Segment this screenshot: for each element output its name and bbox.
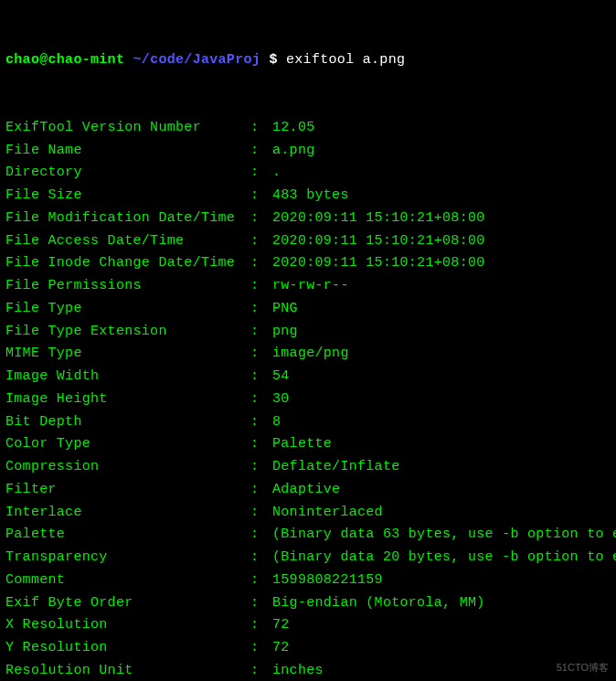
output-colon: : [250, 162, 272, 185]
output-row: Color Type: Palette [5, 433, 611, 456]
output-row: Y Resolution: 72 [5, 637, 611, 660]
output-value: Palette [272, 433, 332, 456]
output-row: File Name: a.png [5, 140, 611, 163]
output-row: File Type: PNG [5, 298, 611, 321]
output-colon: : [250, 388, 272, 411]
output-row: Palette: (Binary data 63 bytes, use -b o… [5, 524, 611, 547]
output-key: Bit Depth [5, 411, 250, 434]
prompt-line: chao@chao-mint ~/code/JavaProj $ exiftoo… [5, 49, 611, 72]
terminal-output[interactable]: chao@chao-mint ~/code/JavaProj $ exiftoo… [5, 4, 611, 681]
output-colon: : [250, 456, 272, 479]
output-colon: : [250, 411, 272, 434]
output-key: File Type Extension [5, 321, 250, 344]
output-value: png [272, 321, 298, 344]
output-colon: : [250, 321, 272, 344]
output-key: Compression [5, 456, 250, 479]
prompt-dollar: $ [269, 49, 277, 72]
output-colon: : [250, 592, 272, 615]
output-row: Interlace: Noninterlaced [5, 502, 611, 525]
output-value: (Binary data 63 bytes, use -b option to … [272, 524, 616, 547]
output-value: Noninterlaced [272, 502, 383, 525]
output-row: Comment: 1599808221159 [5, 569, 611, 592]
output-value: . [272, 162, 281, 185]
output-row: Bit Depth: 8 [5, 411, 611, 434]
output-colon: : [250, 569, 272, 592]
output-row: Transparency: (Binary data 20 bytes, use… [5, 547, 611, 569]
output-value: 2020:09:11 15:10:21+08:00 [272, 207, 485, 230]
output-row: Filter: Adaptive [5, 479, 611, 502]
output-colon: : [250, 252, 272, 275]
output-colon: : [250, 185, 272, 207]
output-key: Comment [5, 569, 250, 592]
output-key: File Permissions [5, 275, 250, 298]
output-key: File Type [5, 298, 250, 321]
output-key: Filter [5, 479, 250, 502]
output-key: Color Type [5, 433, 250, 456]
output-key: Interlace [5, 502, 250, 525]
output-key: File Inode Change Date/Time [5, 252, 250, 275]
output-colon: : [250, 614, 272, 637]
output-key: Directory [5, 162, 250, 185]
output-colon: : [250, 207, 272, 230]
output-row: Compression: Deflate/Inflate [5, 456, 611, 479]
output-row: File Size: 483 bytes [5, 185, 611, 207]
output-key: Palette [5, 524, 250, 547]
output-row: Image Height: 30 [5, 388, 611, 411]
output-key: X Resolution [5, 614, 250, 637]
output-key: Exif Byte Order [5, 592, 250, 615]
output-value: 72 [272, 614, 290, 637]
output-value: 8 [272, 411, 281, 434]
output-value: Adaptive [272, 479, 340, 502]
output-row: MIME Type: image/png [5, 343, 611, 366]
output-colon: : [250, 140, 272, 163]
output-value: 12.05 [272, 117, 315, 140]
output-value: Deflate/Inflate [272, 456, 400, 479]
prompt-path: ~/code/JavaProj [133, 49, 261, 72]
output-value: 72 [272, 637, 290, 660]
output-value: 54 [272, 366, 290, 388]
output-value: inches [272, 660, 324, 681]
output-value: rw-rw-r-- [272, 275, 349, 298]
output-value: 483 bytes [272, 185, 349, 207]
output-key: Image Height [5, 388, 250, 411]
output-value: (Binary data 20 bytes, use -b option to … [272, 547, 616, 569]
output-row: Image Width: 54 [5, 366, 611, 388]
output-key: File Name [5, 140, 250, 163]
output-key: Resolution Unit [5, 660, 250, 681]
output-colon: : [250, 343, 272, 366]
output-colon: : [250, 230, 272, 253]
output-value: 2020:09:11 15:10:21+08:00 [272, 252, 485, 275]
output-colon: : [250, 275, 272, 298]
output-colon: : [250, 366, 272, 388]
output-row: File Type Extension: png [5, 321, 611, 344]
output-row: ExifTool Version Number: 12.05 [5, 117, 611, 140]
output-value: a.png [272, 140, 315, 163]
output-row: Directory: . [5, 162, 611, 185]
output-row: File Access Date/Time: 2020:09:11 15:10:… [5, 230, 611, 253]
output-key: ExifTool Version Number [5, 117, 250, 140]
watermark: 51CTO博客 [557, 659, 609, 676]
output-row: Exif Byte Order: Big-endian (Motorola, M… [5, 592, 611, 615]
output-rows: ExifTool Version Number: 12.05File Name:… [5, 117, 611, 681]
output-key: File Modification Date/Time [5, 207, 250, 230]
output-value: 2020:09:11 15:10:21+08:00 [272, 230, 485, 253]
output-value: 1599808221159 [272, 569, 383, 592]
output-key: File Size [5, 185, 250, 207]
prompt-user-host: chao@chao-mint [5, 49, 124, 72]
output-key: Transparency [5, 547, 250, 569]
output-key: Y Resolution [5, 637, 250, 660]
prompt-command: exiftool a.png [286, 49, 405, 72]
output-row: File Inode Change Date/Time: 2020:09:11 … [5, 252, 611, 275]
output-colon: : [250, 637, 272, 660]
output-colon: : [250, 660, 272, 681]
output-colon: : [250, 547, 272, 569]
output-value: image/png [272, 343, 349, 366]
output-colon: : [250, 117, 272, 140]
output-colon: : [250, 502, 272, 525]
output-colon: : [250, 298, 272, 321]
output-row: File Modification Date/Time: 2020:09:11 … [5, 207, 611, 230]
output-colon: : [250, 479, 272, 502]
output-value: PNG [272, 298, 298, 321]
output-colon: : [250, 433, 272, 456]
output-row: X Resolution: 72 [5, 614, 611, 637]
